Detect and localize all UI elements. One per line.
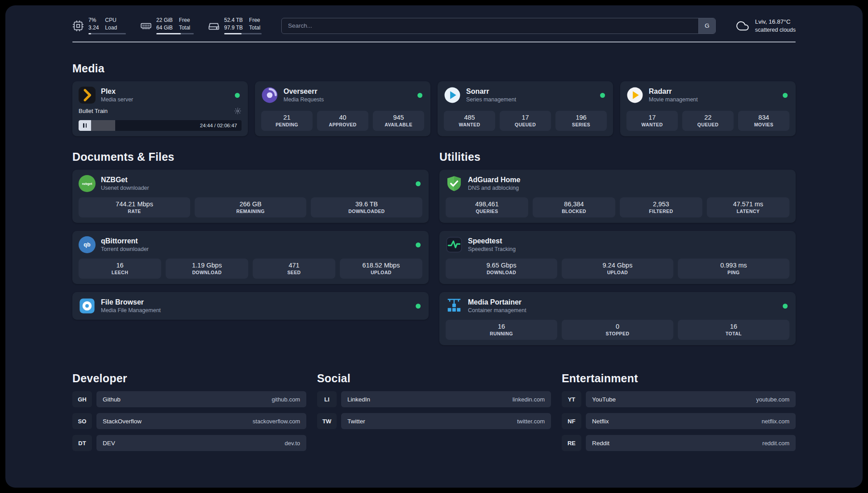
bookmark-dev[interactable]: DTDEVdev.to bbox=[72, 435, 306, 451]
app-info: NZBGetUsenet downloader bbox=[101, 176, 410, 191]
app-card-adguard[interactable]: AdGuard HomeDNS and adblocking498,461QUE… bbox=[439, 170, 796, 223]
bookmark-list: GHGithubgithub.comSOStackOverflowstackov… bbox=[72, 391, 306, 451]
app-name: qBittorrent bbox=[101, 237, 410, 245]
bookmark-abbr: TW bbox=[317, 413, 337, 429]
stat-label: LEECH bbox=[112, 270, 129, 275]
stat-label: UPLOAD bbox=[371, 270, 392, 275]
stat-label: STOPPED bbox=[606, 331, 630, 336]
app-info: PlexMedia server bbox=[101, 88, 230, 103]
app-info: OverseerrMedia Requests bbox=[284, 88, 412, 103]
stat-value: 21 bbox=[283, 114, 290, 121]
app-name: Speedtest bbox=[468, 237, 789, 245]
app-card-portainer[interactable]: Media PortainerContainer management16RUN… bbox=[439, 292, 796, 345]
disk-free-label: Free bbox=[249, 17, 260, 24]
stat-seed: 471SEED bbox=[253, 259, 335, 279]
search-bar: G bbox=[281, 18, 716, 34]
memory-total-label: Total bbox=[179, 25, 190, 32]
bookmark-group-developer: DeveloperGHGithubgithub.comSOStackOverfl… bbox=[72, 372, 306, 451]
stat-value: 86,384 bbox=[564, 201, 584, 208]
stat-value: 196 bbox=[576, 114, 586, 121]
bookmark-list: LILinkedInlinkedin.comTWTwittertwitter.c… bbox=[317, 391, 551, 429]
app-card-radarr[interactable]: RadarrMovie management17WANTED22QUEUED83… bbox=[620, 81, 796, 136]
stat-label: QUERIES bbox=[476, 209, 498, 214]
app-name: Plex bbox=[101, 88, 230, 96]
bookmark-youtube[interactable]: YTYouTubeyoutube.com bbox=[562, 391, 796, 407]
bookmark-url: twitter.com bbox=[517, 418, 545, 425]
cpu-labels: CPU Load bbox=[105, 17, 117, 31]
cpu-values: 7% 3.24 bbox=[88, 17, 99, 31]
bookmark-name: StackOverflow bbox=[103, 418, 142, 425]
app-card-sonarr[interactable]: SonarrSeries management485WANTED17QUEUED… bbox=[438, 81, 613, 136]
status-dot bbox=[235, 93, 240, 98]
status-dot bbox=[416, 304, 421, 309]
app-header: SonarrSeries management bbox=[444, 87, 607, 104]
disk-labels: Free Total bbox=[249, 17, 260, 31]
stat-upload: 618.52 MbpsUPLOAD bbox=[340, 259, 422, 279]
pause-button[interactable] bbox=[79, 120, 91, 131]
bookmark-name: YouTube bbox=[592, 396, 616, 403]
cpu-icon bbox=[72, 20, 84, 32]
bookmark-link[interactable]: Githubgithub.com bbox=[96, 391, 306, 407]
stat-series: 196SERIES bbox=[555, 111, 607, 131]
bookmark-abbr: RE bbox=[562, 435, 581, 451]
bookmark-name: Github bbox=[103, 396, 121, 403]
search-input[interactable] bbox=[281, 18, 716, 34]
app-card-speedtest[interactable]: SpeedtestSpeedtest Tracking9.65 GbpsDOWN… bbox=[439, 231, 796, 284]
app-description: Series management bbox=[466, 96, 595, 103]
bookmark-netflix[interactable]: NFNetflixnetflix.com bbox=[562, 413, 796, 429]
app-card-filebrowser[interactable]: File BrowserMedia File Management bbox=[72, 292, 429, 320]
bookmark-link[interactable]: DEVdev.to bbox=[96, 435, 306, 451]
stat-value: 485 bbox=[464, 114, 475, 121]
app-description: Media server bbox=[101, 96, 230, 103]
app-card-plex[interactable]: PlexMedia serverBullet Train24:44 / 02:0… bbox=[72, 81, 248, 136]
section-title-media: Media bbox=[72, 62, 796, 75]
stat-label: DOWNLOAD bbox=[487, 270, 516, 275]
app-card-overseerr[interactable]: OverseerrMedia Requests21PENDING40APPROV… bbox=[255, 81, 430, 136]
stat-label: WANTED bbox=[459, 122, 480, 127]
bookmark-link[interactable]: LinkedInlinkedin.com bbox=[341, 391, 551, 407]
app-header: qbqBittorrentTorrent downloader bbox=[79, 236, 422, 253]
bookmark-url: dev.to bbox=[285, 440, 300, 447]
bookmark-reddit[interactable]: RERedditreddit.com bbox=[562, 435, 796, 451]
app-card-nzbget[interactable]: nzbgetNZBGetUsenet downloader744.21 Mbps… bbox=[72, 170, 429, 223]
stat-queued: 17QUEUED bbox=[500, 111, 551, 131]
app-header: nzbgetNZBGetUsenet downloader bbox=[79, 175, 422, 192]
gear-icon[interactable] bbox=[234, 107, 242, 115]
bookmark-abbr: GH bbox=[72, 391, 92, 407]
stat-value: 16 bbox=[498, 323, 505, 330]
app-description: DNS and adblocking bbox=[468, 185, 789, 191]
bookmark-link[interactable]: YouTubeyoutube.com bbox=[586, 391, 796, 407]
section-media: Media PlexMedia serverBullet Train24:44 … bbox=[72, 62, 796, 136]
stat-value: 17 bbox=[522, 114, 529, 121]
app-info: File BrowserMedia File Management bbox=[101, 298, 410, 313]
stat-value: 22 bbox=[704, 114, 711, 121]
bookmark-stackoverflow[interactable]: SOStackOverflowstackoverflow.com bbox=[72, 413, 306, 429]
speedtest-icon bbox=[446, 236, 463, 253]
documents-card-stack: nzbgetNZBGetUsenet downloader744.21 Mbps… bbox=[72, 170, 429, 320]
status-dot bbox=[417, 93, 422, 98]
bookmark-link[interactable]: Twittertwitter.com bbox=[341, 413, 551, 429]
bookmark-link[interactable]: Redditreddit.com bbox=[586, 435, 796, 451]
media-card-grid: PlexMedia serverBullet Train24:44 / 02:0… bbox=[72, 81, 796, 136]
bookmark-link[interactable]: StackOverflowstackoverflow.com bbox=[96, 413, 306, 429]
portainer-icon bbox=[446, 297, 463, 314]
stat-label: SERIES bbox=[572, 122, 590, 127]
stat-label: RUNNING bbox=[490, 331, 513, 336]
bookmark-abbr: NF bbox=[562, 413, 581, 429]
bookmark-linkedin[interactable]: LILinkedInlinkedin.com bbox=[317, 391, 551, 407]
bookmark-name: Twitter bbox=[347, 418, 365, 425]
stat-label: MOVIES bbox=[754, 122, 773, 127]
stat-downloaded: 39.6 TBDOWNLOADED bbox=[311, 197, 422, 217]
stat-label: QUEUED bbox=[697, 122, 718, 127]
bookmark-link[interactable]: Netflixnetflix.com bbox=[586, 413, 796, 429]
bookmark-abbr: YT bbox=[562, 391, 581, 407]
app-name: File Browser bbox=[101, 298, 410, 306]
bookmark-github[interactable]: GHGithubgithub.com bbox=[72, 391, 306, 407]
stats-row: 485WANTED17QUEUED196SERIES bbox=[444, 111, 607, 131]
stat-label: APPROVED bbox=[329, 122, 356, 127]
search-engine-button[interactable]: G bbox=[698, 18, 715, 33]
app-info: SonarrSeries management bbox=[466, 88, 595, 103]
bookmark-twitter[interactable]: TWTwittertwitter.com bbox=[317, 413, 551, 429]
app-card-qbittorrent[interactable]: qbqBittorrentTorrent downloader16LEECH1.… bbox=[72, 231, 429, 284]
stat-label: AVAILABLE bbox=[384, 122, 412, 127]
